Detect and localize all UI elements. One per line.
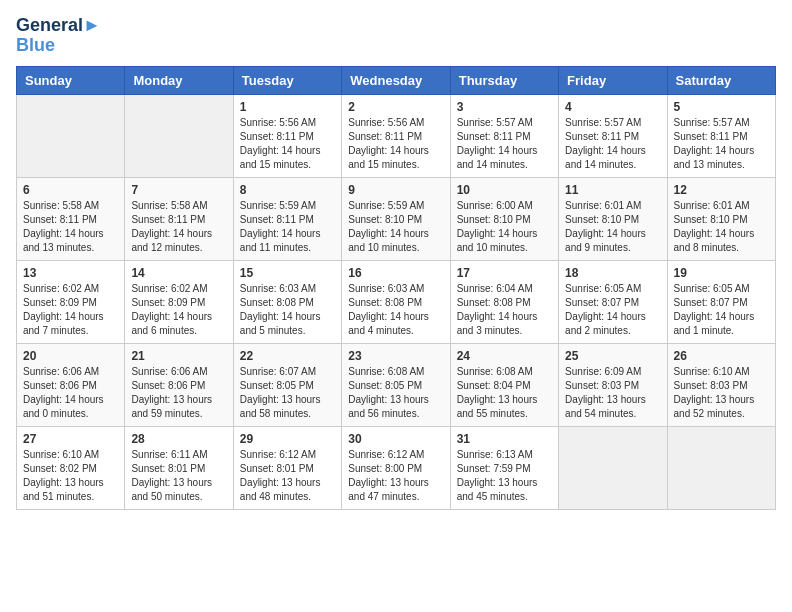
day-number: 22: [240, 349, 335, 363]
calendar-cell: 15Sunrise: 6:03 AM Sunset: 8:08 PM Dayli…: [233, 260, 341, 343]
day-info: Sunrise: 6:06 AM Sunset: 8:06 PM Dayligh…: [23, 365, 118, 421]
day-info: Sunrise: 5:56 AM Sunset: 8:11 PM Dayligh…: [240, 116, 335, 172]
calendar-cell: 6Sunrise: 5:58 AM Sunset: 8:11 PM Daylig…: [17, 177, 125, 260]
calendar-cell: 24Sunrise: 6:08 AM Sunset: 8:04 PM Dayli…: [450, 343, 558, 426]
day-number: 2: [348, 100, 443, 114]
weekday-header: Thursday: [450, 66, 558, 94]
calendar-header-row: SundayMondayTuesdayWednesdayThursdayFrid…: [17, 66, 776, 94]
day-number: 15: [240, 266, 335, 280]
calendar-cell: 29Sunrise: 6:12 AM Sunset: 8:01 PM Dayli…: [233, 426, 341, 509]
calendar-cell: 21Sunrise: 6:06 AM Sunset: 8:06 PM Dayli…: [125, 343, 233, 426]
day-info: Sunrise: 5:59 AM Sunset: 8:11 PM Dayligh…: [240, 199, 335, 255]
day-info: Sunrise: 6:01 AM Sunset: 8:10 PM Dayligh…: [674, 199, 769, 255]
calendar-cell: 31Sunrise: 6:13 AM Sunset: 7:59 PM Dayli…: [450, 426, 558, 509]
calendar-cell: 14Sunrise: 6:02 AM Sunset: 8:09 PM Dayli…: [125, 260, 233, 343]
calendar-cell: 30Sunrise: 6:12 AM Sunset: 8:00 PM Dayli…: [342, 426, 450, 509]
day-number: 9: [348, 183, 443, 197]
day-number: 23: [348, 349, 443, 363]
calendar-cell: 2Sunrise: 5:56 AM Sunset: 8:11 PM Daylig…: [342, 94, 450, 177]
day-number: 10: [457, 183, 552, 197]
calendar-cell: 17Sunrise: 6:04 AM Sunset: 8:08 PM Dayli…: [450, 260, 558, 343]
logo-text: General►: [16, 16, 101, 36]
day-number: 11: [565, 183, 660, 197]
day-info: Sunrise: 6:05 AM Sunset: 8:07 PM Dayligh…: [674, 282, 769, 338]
calendar-cell: 5Sunrise: 5:57 AM Sunset: 8:11 PM Daylig…: [667, 94, 775, 177]
day-number: 14: [131, 266, 226, 280]
calendar-cell: 23Sunrise: 6:08 AM Sunset: 8:05 PM Dayli…: [342, 343, 450, 426]
day-info: Sunrise: 6:02 AM Sunset: 8:09 PM Dayligh…: [23, 282, 118, 338]
calendar-cell: [17, 94, 125, 177]
day-number: 7: [131, 183, 226, 197]
day-number: 29: [240, 432, 335, 446]
day-info: Sunrise: 6:05 AM Sunset: 8:07 PM Dayligh…: [565, 282, 660, 338]
calendar-week-row: 27Sunrise: 6:10 AM Sunset: 8:02 PM Dayli…: [17, 426, 776, 509]
calendar-cell: 13Sunrise: 6:02 AM Sunset: 8:09 PM Dayli…: [17, 260, 125, 343]
day-info: Sunrise: 5:56 AM Sunset: 8:11 PM Dayligh…: [348, 116, 443, 172]
day-number: 19: [674, 266, 769, 280]
weekday-header: Monday: [125, 66, 233, 94]
day-number: 25: [565, 349, 660, 363]
day-info: Sunrise: 5:58 AM Sunset: 8:11 PM Dayligh…: [131, 199, 226, 255]
weekday-header: Friday: [559, 66, 667, 94]
day-info: Sunrise: 5:57 AM Sunset: 8:11 PM Dayligh…: [457, 116, 552, 172]
day-info: Sunrise: 6:07 AM Sunset: 8:05 PM Dayligh…: [240, 365, 335, 421]
calendar-cell: 28Sunrise: 6:11 AM Sunset: 8:01 PM Dayli…: [125, 426, 233, 509]
calendar-table: SundayMondayTuesdayWednesdayThursdayFrid…: [16, 66, 776, 510]
calendar-cell: 27Sunrise: 6:10 AM Sunset: 8:02 PM Dayli…: [17, 426, 125, 509]
day-number: 6: [23, 183, 118, 197]
day-number: 17: [457, 266, 552, 280]
day-info: Sunrise: 6:13 AM Sunset: 7:59 PM Dayligh…: [457, 448, 552, 504]
day-number: 5: [674, 100, 769, 114]
day-info: Sunrise: 6:12 AM Sunset: 8:00 PM Dayligh…: [348, 448, 443, 504]
day-info: Sunrise: 6:00 AM Sunset: 8:10 PM Dayligh…: [457, 199, 552, 255]
calendar-week-row: 20Sunrise: 6:06 AM Sunset: 8:06 PM Dayli…: [17, 343, 776, 426]
day-number: 26: [674, 349, 769, 363]
day-info: Sunrise: 6:03 AM Sunset: 8:08 PM Dayligh…: [348, 282, 443, 338]
calendar-cell: 11Sunrise: 6:01 AM Sunset: 8:10 PM Dayli…: [559, 177, 667, 260]
day-number: 31: [457, 432, 552, 446]
day-number: 24: [457, 349, 552, 363]
calendar-week-row: 6Sunrise: 5:58 AM Sunset: 8:11 PM Daylig…: [17, 177, 776, 260]
weekday-header: Saturday: [667, 66, 775, 94]
day-info: Sunrise: 5:59 AM Sunset: 8:10 PM Dayligh…: [348, 199, 443, 255]
calendar-cell: 25Sunrise: 6:09 AM Sunset: 8:03 PM Dayli…: [559, 343, 667, 426]
day-number: 3: [457, 100, 552, 114]
weekday-header: Wednesday: [342, 66, 450, 94]
calendar-week-row: 1Sunrise: 5:56 AM Sunset: 8:11 PM Daylig…: [17, 94, 776, 177]
calendar-cell: 18Sunrise: 6:05 AM Sunset: 8:07 PM Dayli…: [559, 260, 667, 343]
day-info: Sunrise: 6:06 AM Sunset: 8:06 PM Dayligh…: [131, 365, 226, 421]
day-number: 16: [348, 266, 443, 280]
day-info: Sunrise: 6:08 AM Sunset: 8:05 PM Dayligh…: [348, 365, 443, 421]
day-number: 13: [23, 266, 118, 280]
weekday-header: Sunday: [17, 66, 125, 94]
day-number: 18: [565, 266, 660, 280]
day-number: 20: [23, 349, 118, 363]
day-info: Sunrise: 6:11 AM Sunset: 8:01 PM Dayligh…: [131, 448, 226, 504]
calendar-week-row: 13Sunrise: 6:02 AM Sunset: 8:09 PM Dayli…: [17, 260, 776, 343]
day-info: Sunrise: 6:10 AM Sunset: 8:02 PM Dayligh…: [23, 448, 118, 504]
day-info: Sunrise: 6:10 AM Sunset: 8:03 PM Dayligh…: [674, 365, 769, 421]
weekday-header: Tuesday: [233, 66, 341, 94]
day-number: 30: [348, 432, 443, 446]
day-number: 28: [131, 432, 226, 446]
calendar-cell: 20Sunrise: 6:06 AM Sunset: 8:06 PM Dayli…: [17, 343, 125, 426]
calendar-cell: 22Sunrise: 6:07 AM Sunset: 8:05 PM Dayli…: [233, 343, 341, 426]
day-info: Sunrise: 5:57 AM Sunset: 8:11 PM Dayligh…: [565, 116, 660, 172]
day-info: Sunrise: 6:12 AM Sunset: 8:01 PM Dayligh…: [240, 448, 335, 504]
day-info: Sunrise: 6:02 AM Sunset: 8:09 PM Dayligh…: [131, 282, 226, 338]
day-number: 21: [131, 349, 226, 363]
calendar-cell: 12Sunrise: 6:01 AM Sunset: 8:10 PM Dayli…: [667, 177, 775, 260]
calendar-cell: 3Sunrise: 5:57 AM Sunset: 8:11 PM Daylig…: [450, 94, 558, 177]
calendar-cell: [125, 94, 233, 177]
day-info: Sunrise: 5:57 AM Sunset: 8:11 PM Dayligh…: [674, 116, 769, 172]
day-info: Sunrise: 5:58 AM Sunset: 8:11 PM Dayligh…: [23, 199, 118, 255]
calendar-cell: 16Sunrise: 6:03 AM Sunset: 8:08 PM Dayli…: [342, 260, 450, 343]
day-number: 4: [565, 100, 660, 114]
calendar-cell: 26Sunrise: 6:10 AM Sunset: 8:03 PM Dayli…: [667, 343, 775, 426]
calendar-cell: 19Sunrise: 6:05 AM Sunset: 8:07 PM Dayli…: [667, 260, 775, 343]
calendar-cell: [559, 426, 667, 509]
day-info: Sunrise: 6:08 AM Sunset: 8:04 PM Dayligh…: [457, 365, 552, 421]
calendar-cell: 4Sunrise: 5:57 AM Sunset: 8:11 PM Daylig…: [559, 94, 667, 177]
calendar-cell: 1Sunrise: 5:56 AM Sunset: 8:11 PM Daylig…: [233, 94, 341, 177]
calendar-cell: 10Sunrise: 6:00 AM Sunset: 8:10 PM Dayli…: [450, 177, 558, 260]
